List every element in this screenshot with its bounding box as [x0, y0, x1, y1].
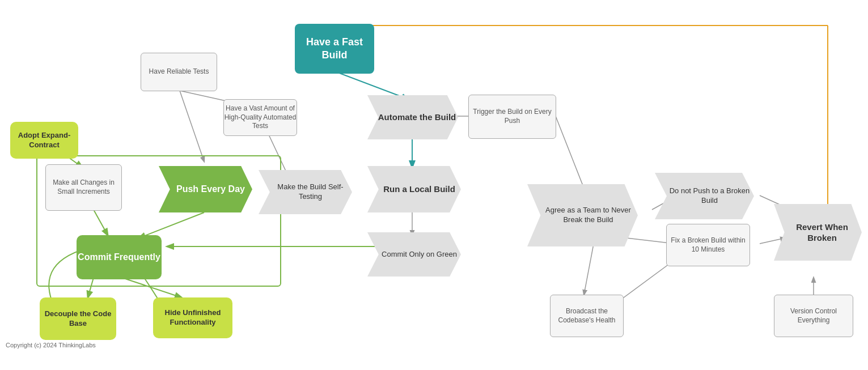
trigger-build-node: Trigger the Build on Every Push [468, 95, 556, 139]
do-not-push-node: Do not Push to a Broken Build [655, 173, 754, 219]
version-control-node: Version Control Everything [774, 295, 853, 337]
vast-amount-tests-node: Have a Vast Amount of High-Quality Autom… [223, 99, 297, 136]
commit-frequently-node: Commit Frequently [77, 235, 162, 279]
hide-unfinished-node: Hide Unfinished Functionality [153, 297, 232, 338]
broadcast-codebase-node: Broadcast the Codebase's Health [550, 295, 624, 337]
revert-broken-node: Revert When Broken [774, 204, 862, 261]
svg-line-4 [180, 91, 204, 161]
svg-line-11 [139, 212, 204, 238]
have-fast-build-node: Have a Fast Build [295, 24, 374, 74]
make-build-selftesting-node: Make the Build Self-Testing [259, 170, 352, 214]
agree-team-node: Agree as a Team to Never Break the Build [527, 184, 638, 246]
adopt-expand-contract-node: Adopt Expand-Contract [10, 122, 78, 159]
svg-line-5 [333, 71, 408, 99]
automate-build-node: Automate the Build [367, 95, 458, 139]
svg-line-14 [122, 278, 181, 297]
run-local-build-node: Run a Local Build [367, 166, 461, 212]
svg-line-12 [94, 210, 108, 235]
copyright-text: Copyright (c) 2024 ThinkingLabs [6, 342, 96, 348]
decouple-codebase-node: Decouple the Code Base [40, 297, 116, 340]
push-every-day-node: Push Every Day [159, 166, 252, 212]
have-reliable-tests-node: Have Reliable Tests [141, 53, 217, 91]
make-all-changes-node: Make all Changes in Small Increments [45, 164, 122, 211]
svg-line-8 [556, 116, 587, 195]
svg-line-13 [88, 278, 94, 297]
fix-broken-build-node: Fix a Broken Build within 10 Minutes [666, 224, 750, 266]
commit-only-green-node: Commit Only on Green [367, 232, 461, 277]
